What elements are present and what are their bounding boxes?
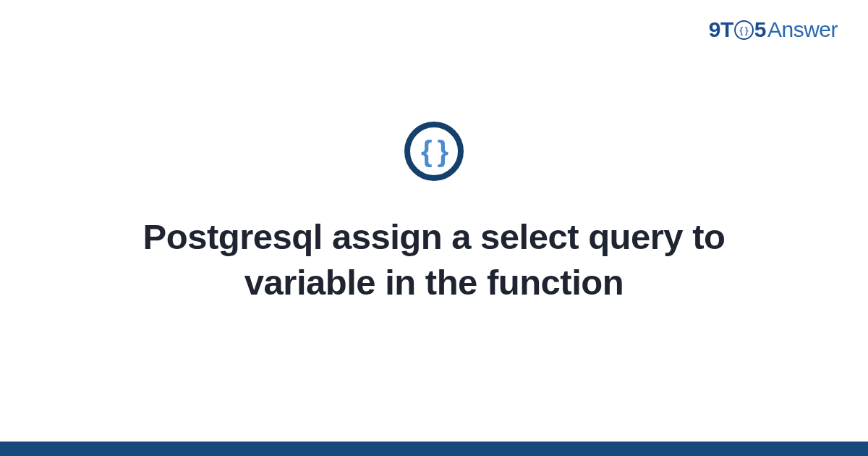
code-braces-icon: { } (421, 137, 447, 166)
logo-circle-icon: { } (734, 20, 754, 40)
site-logo: 9 T { } 5 Answer (709, 17, 838, 42)
logo-five: 5 (754, 17, 766, 42)
footer-bar (0, 442, 868, 456)
page-title: Postgresql assign a select query to vari… (101, 214, 767, 305)
logo-t: T (720, 17, 733, 42)
logo-answer: Answer (767, 17, 838, 42)
main-content: { } Postgresql assign a select query to … (0, 0, 868, 456)
logo-nine: 9 (709, 17, 720, 42)
category-icon-ring: { } (404, 122, 464, 181)
